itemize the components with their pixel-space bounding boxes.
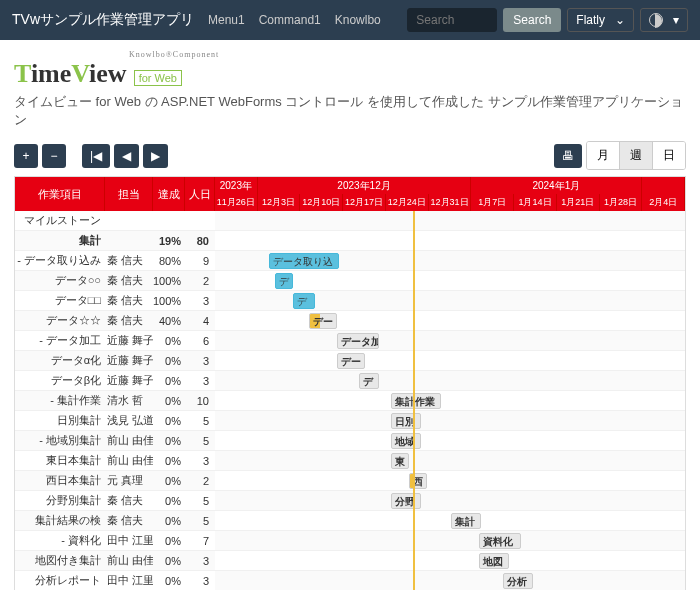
chevron-down-icon: ⌄: [615, 13, 625, 27]
task-row[interactable]: データα化近藤 舞子0%3: [15, 351, 215, 371]
darkmode-toggle[interactable]: ▾: [640, 8, 688, 32]
print-button[interactable]: 🖶: [554, 144, 582, 168]
nav-knowlbo[interactable]: Knowlbo: [335, 13, 381, 27]
gantt-bar[interactable]: 東: [391, 453, 409, 469]
task-name: データ□□: [15, 293, 105, 308]
gantt-bar[interactable]: 日別: [391, 413, 421, 429]
gantt-bar[interactable]: 集計作業: [391, 393, 441, 409]
task-person: 秦 信夫: [105, 293, 153, 308]
task-name: 地図付き集計: [15, 553, 105, 568]
task-progress: 0%: [153, 355, 185, 367]
timeline-row: [215, 231, 685, 251]
task-row[interactable]: 分析レポート田中 江里0%3: [15, 571, 215, 590]
timeline-row: デー: [215, 311, 685, 331]
task-progress: 0%: [153, 475, 185, 487]
task-row[interactable]: - 集計作業清水 哲0%10: [15, 391, 215, 411]
gantt-bar[interactable]: 西: [409, 473, 427, 489]
timeline-row: データ取り込: [215, 251, 685, 271]
task-days: 10: [185, 395, 215, 407]
gantt-bar[interactable]: デー: [337, 353, 365, 369]
task-name: 日別集計: [15, 413, 105, 428]
task-row[interactable]: データ☆☆秦 信夫40%4: [15, 311, 215, 331]
task-name: 西日本集計: [15, 473, 105, 488]
gantt-bar[interactable]: 分析: [503, 573, 533, 589]
search-button[interactable]: Search: [503, 8, 561, 32]
nav-menu1[interactable]: Menu1: [208, 13, 245, 27]
task-row[interactable]: 分野別集計秦 信夫0%5: [15, 491, 215, 511]
task-name: マイルストーン: [15, 213, 105, 228]
task-row[interactable]: - 地域別集計前山 由佳0%5: [15, 431, 215, 451]
gantt-bar[interactable]: 地図: [479, 553, 509, 569]
task-row[interactable]: データ○○秦 信夫100%2: [15, 271, 215, 291]
search-input[interactable]: [407, 8, 497, 32]
gantt-bar[interactable]: デー: [309, 313, 337, 329]
gantt-bar[interactable]: デ: [293, 293, 315, 309]
gantt-bar[interactable]: 地域: [391, 433, 421, 449]
task-person: 前山 由佳: [105, 553, 153, 568]
task-progress: 0%: [153, 555, 185, 567]
task-row[interactable]: データβ化近藤 舞子0%3: [15, 371, 215, 391]
task-row[interactable]: 集計19%80: [15, 231, 215, 251]
month-header: 2023年12月: [258, 177, 472, 194]
task-days: 9: [185, 255, 215, 267]
task-list: マイルストーン集計19%80- データ取り込み秦 信夫80%9データ○○秦 信夫…: [15, 211, 215, 590]
task-row[interactable]: 集計結果の検秦 信夫0%5: [15, 511, 215, 531]
nav-first-button[interactable]: |◀: [82, 144, 110, 168]
app-brand: TVwサンプル作業管理アプリ: [12, 11, 194, 29]
task-name: データβ化: [15, 373, 105, 388]
col-header-days: 人日: [185, 177, 215, 211]
timeline-row: データ加: [215, 331, 685, 351]
gantt-bar[interactable]: デ: [275, 273, 293, 289]
task-days: 3: [185, 555, 215, 567]
task-name: 集計結果の検: [15, 513, 105, 528]
timeline-row: [215, 211, 685, 231]
task-progress: 80%: [153, 255, 185, 267]
task-person: 秦 信夫: [105, 493, 153, 508]
task-row[interactable]: - データ加工近藤 舞子0%6: [15, 331, 215, 351]
col-header-person: 担当: [105, 177, 153, 211]
task-name: - 資料化: [15, 533, 105, 548]
task-row[interactable]: データ□□秦 信夫100%3: [15, 291, 215, 311]
add-button[interactable]: +: [14, 144, 38, 168]
gantt-right-pane: 2023年2023年12月2024年1月 11月26日12月3日12月10日12…: [215, 177, 685, 590]
remove-button[interactable]: −: [42, 144, 66, 168]
task-person: 秦 信夫: [105, 313, 153, 328]
theme-select[interactable]: Flatly ⌄: [567, 8, 634, 32]
gantt-bar[interactable]: データ加: [337, 333, 379, 349]
task-row[interactable]: - 資料化田中 江里0%7: [15, 531, 215, 551]
view-month-button[interactable]: 月: [587, 142, 619, 169]
nav-command1[interactable]: Command1: [259, 13, 321, 27]
task-progress: 0%: [153, 535, 185, 547]
nav-prev-button[interactable]: ◀: [114, 144, 139, 168]
gantt-bar[interactable]: 集計: [451, 513, 481, 529]
gantt-bar[interactable]: データ取り込: [269, 253, 339, 269]
task-row[interactable]: 地図付き集計前山 由佳0%3: [15, 551, 215, 571]
nav-next-button[interactable]: ▶: [143, 144, 168, 168]
task-row[interactable]: 西日本集計元 真理0%2: [15, 471, 215, 491]
task-row[interactable]: - データ取り込み秦 信夫80%9: [15, 251, 215, 271]
task-name: - 地域別集計: [15, 433, 105, 448]
month-header: [642, 177, 685, 194]
task-progress: 0%: [153, 375, 185, 387]
caret-down-icon: ▾: [673, 13, 679, 27]
task-name: データ☆☆: [15, 313, 105, 328]
task-progress: 0%: [153, 335, 185, 347]
gantt-bar[interactable]: 資料化: [479, 533, 521, 549]
task-row[interactable]: 日別集計浅見 弘道0%5: [15, 411, 215, 431]
timeline-row: デ: [215, 291, 685, 311]
task-row[interactable]: マイルストーン: [15, 211, 215, 231]
task-days: 80: [185, 235, 215, 247]
view-day-button[interactable]: 日: [652, 142, 685, 169]
task-person: 近藤 舞子: [105, 353, 153, 368]
task-row[interactable]: 東日本集計前山 由佳0%3: [15, 451, 215, 471]
view-week-button[interactable]: 週: [619, 142, 652, 169]
timeline-row: 地図: [215, 551, 685, 571]
gantt-bar[interactable]: デ: [359, 373, 379, 389]
task-person: 元 真理: [105, 473, 153, 488]
timeline-rows: データ取り込デデデーデータ加デーデ集計作業日別地域東西分野集計資料化地図分析: [215, 211, 685, 590]
col-header-progress: 達成: [153, 177, 185, 211]
task-progress: 0%: [153, 455, 185, 467]
timeline-row: 資料化: [215, 531, 685, 551]
gantt-bar[interactable]: 分野: [391, 493, 421, 509]
week-header: 12月31日: [429, 194, 472, 211]
